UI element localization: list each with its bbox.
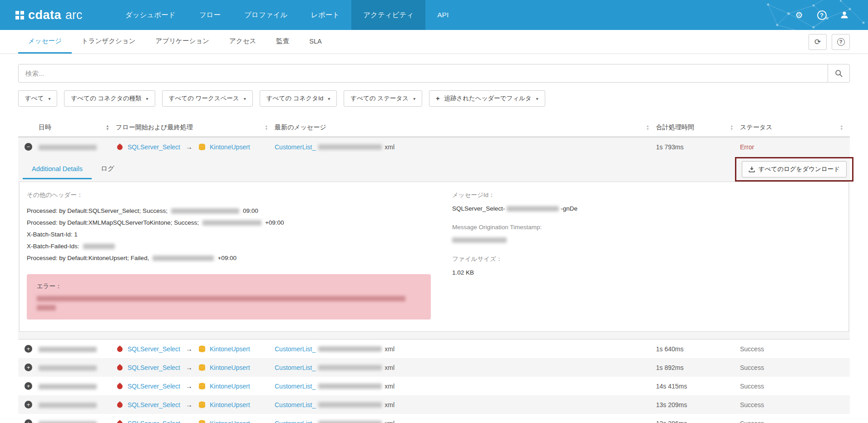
redacted-text (83, 244, 115, 249)
expand-row-button[interactable]: + (25, 382, 32, 390)
tab-messages[interactable]: メッセージ (18, 30, 72, 54)
gear-icon[interactable]: ⚙ (794, 10, 804, 20)
flow-end-link[interactable]: KintoneUpsert (210, 401, 250, 408)
message-link[interactable]: CustomerList_ (275, 143, 316, 151)
redacted-text (318, 384, 382, 389)
activity-tabbar: メッセージ トランザクション アプリケーション アクセス 監査 SLA ⟳ ? (0, 30, 868, 54)
chevron-down-icon: ▾ (328, 96, 330, 101)
nav-item-dashboard[interactable]: ダッシュボード (113, 0, 187, 30)
flow-start-link[interactable]: SQLServer_Select (128, 345, 180, 353)
nav-item-activity[interactable]: アクティビティ (351, 0, 425, 30)
redacted-text (318, 346, 382, 352)
column-header-datetime[interactable]: 日時 ▴▾ (39, 118, 116, 136)
status-badge: Error (740, 143, 850, 151)
search-input[interactable] (19, 64, 828, 82)
message-link[interactable]: CustomerList_ (275, 401, 316, 408)
tab-audit[interactable]: 監査 (266, 30, 299, 54)
flow-end-link[interactable]: KintoneUpsert (210, 143, 250, 151)
table-row: + SQLServer_Select → KintoneUpsert Custo… (18, 395, 850, 414)
flow-end-link[interactable]: KintoneUpsert (210, 364, 250, 371)
message-link[interactable]: CustomerList_ (275, 420, 316, 423)
column-header-message[interactable]: 最新のメッセージ ▴▾ (275, 118, 656, 136)
arrow-right-icon: → (186, 345, 192, 353)
arrow-right-icon: → (186, 382, 192, 390)
redacted-error-text (37, 296, 405, 301)
redacted-text (318, 144, 382, 150)
message-extension: xml (385, 345, 395, 353)
tab-additional-details[interactable]: Additional Details (23, 160, 92, 179)
nav-item-profiles[interactable]: プロファイル (232, 0, 299, 30)
nav-item-flows[interactable]: フロー (187, 0, 232, 30)
message-link[interactable]: CustomerList_ (275, 383, 316, 390)
detail-card: その他のヘッダー： Processed: by Default:SQLServe… (19, 182, 849, 332)
detail-tabbar: Additional Details ログ すべてのログをダウンロード (18, 156, 850, 180)
sort-icon: ▴▾ (265, 124, 267, 130)
tab-sla[interactable]: SLA (299, 30, 331, 54)
arrow-right-icon: → (186, 401, 192, 408)
table-row: + SQLServer_Select → KintoneUpsert Custo… (18, 377, 850, 395)
flow-start-link[interactable]: SQLServer_Select (128, 143, 180, 151)
status-badge: Success (740, 420, 850, 423)
flow-start-link[interactable]: SQLServer_Select (128, 420, 180, 423)
filter-workspace[interactable]: すべての ワークスペース▾ (162, 90, 253, 107)
redacted-text (452, 237, 507, 243)
flow-start-link[interactable]: SQLServer_Select (128, 383, 180, 390)
flow-end-link[interactable]: KintoneUpsert (210, 345, 250, 353)
flow-start-link[interactable]: SQLServer_Select (128, 401, 180, 408)
brand-name: cdata (28, 8, 61, 22)
collapse-row-button[interactable]: − (25, 143, 32, 151)
tab-log[interactable]: ログ (92, 159, 123, 180)
filter-connector-id[interactable]: すべての コネクタId▾ (260, 90, 337, 107)
sqlserver-connector-icon (116, 419, 124, 423)
kintone-connector-icon (198, 143, 206, 151)
nav-item-reports[interactable]: レポート (299, 0, 351, 30)
expand-row-button[interactable]: + (25, 364, 32, 371)
kintone-connector-icon (198, 419, 206, 423)
redacted-text (202, 220, 261, 226)
flow-start-link[interactable]: SQLServer_Select (128, 364, 180, 371)
filter-status[interactable]: すべての ステータス▾ (344, 90, 422, 107)
filter-connector-type[interactable]: すべての コネクタの種類▾ (64, 90, 155, 107)
expand-row-button[interactable]: + (25, 419, 32, 423)
redacted-datetime (39, 347, 97, 352)
tab-access[interactable]: アクセス (219, 30, 266, 54)
plus-icon: + (436, 95, 439, 102)
tab-transactions[interactable]: トランザクション (72, 30, 146, 54)
search-button[interactable] (828, 64, 849, 82)
download-all-logs-button[interactable]: すべてのログをダウンロード (742, 161, 847, 177)
help-button[interactable]: ? (832, 34, 850, 50)
column-header-duration[interactable]: 合計処理時間 ▴▾ (656, 118, 740, 136)
expand-row-button[interactable]: + (25, 345, 32, 353)
sort-icon: ▴▾ (840, 124, 843, 130)
filter-tracked-header[interactable]: +追跡されたヘッダーでフィルタ▾ (429, 90, 545, 107)
column-header-status[interactable]: ステータス ▴▾ (740, 118, 850, 136)
user-account-icon[interactable] (839, 10, 850, 20)
expand-row-button[interactable]: + (25, 401, 32, 408)
header-line: X-Batch-Start-Id: 1 (27, 229, 447, 241)
help-icon[interactable]: ? (816, 10, 827, 20)
nav-item-api[interactable]: API (425, 0, 460, 30)
header-line: Processed: by Default:XMLMapSQLServerToK… (27, 217, 447, 229)
column-header-flow[interactable]: フロー開始および最終処理 ▴▾ (116, 118, 275, 136)
cdata-logo-icon (15, 11, 24, 20)
redacted-text (507, 206, 559, 212)
tab-applications[interactable]: アプリケーション (146, 30, 219, 54)
redacted-error-text (37, 305, 56, 310)
top-navbar: cdata arc ダッシュボード フロー プロファイル レポート アクティビテ… (0, 0, 868, 30)
app-logo[interactable]: cdata arc (0, 0, 104, 30)
sort-icon: ▴▾ (106, 124, 108, 130)
table-row: + SQLServer_Select → KintoneUpsert Custo… (18, 339, 850, 358)
message-link[interactable]: CustomerList_ (275, 345, 316, 353)
origination-timestamp-label: Message Origination Timestamp: (452, 224, 838, 231)
filter-all[interactable]: すべて▾ (18, 90, 57, 107)
kintone-connector-icon (198, 382, 206, 390)
refresh-button[interactable]: ⟳ (809, 34, 827, 50)
annotation-highlight-box: すべてのログをダウンロード (735, 157, 853, 182)
redacted-text (318, 365, 382, 370)
row-duration: 1s 793ms (656, 143, 740, 151)
redacted-datetime (39, 145, 97, 150)
message-link[interactable]: CustomerList_ (275, 364, 316, 371)
flow-end-link[interactable]: KintoneUpsert (210, 383, 250, 390)
flow-end-link[interactable]: KintoneUpsert (210, 420, 250, 423)
redacted-datetime (39, 384, 97, 389)
